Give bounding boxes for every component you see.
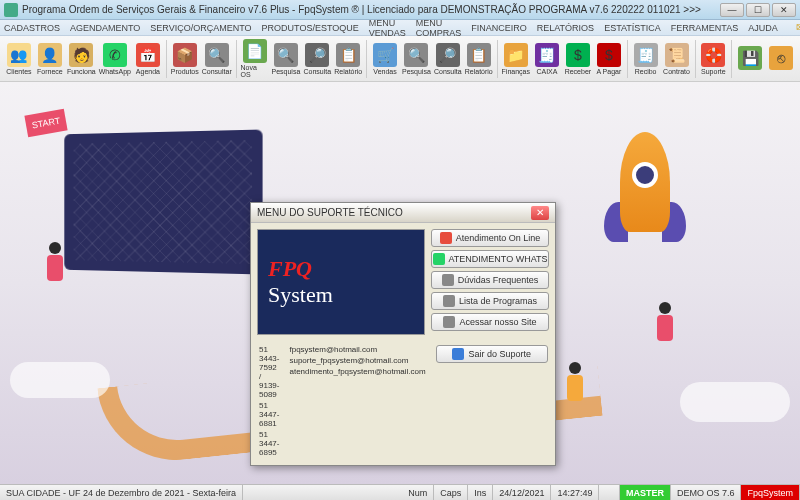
- dialog-title: MENU DO SUPORTE TÉCNICO: [257, 207, 403, 218]
- status-location: SUA CIDADE - UF 24 de Dezembro de 2021 -…: [0, 485, 243, 500]
- phone-text: 51 3443-7592 / 9139-5089: [259, 345, 279, 399]
- menubar: CADASTROSAGENDAMENTOSERVIÇO/ORÇAMENTOPRO…: [0, 20, 800, 36]
- toolbar-agenda-button[interactable]: 📅Agenda: [133, 38, 163, 80]
- toolbar-pesquisa-button[interactable]: 🔍Pesquisa: [401, 38, 432, 80]
- caixa-icon: 🧾: [535, 43, 559, 67]
- menu-item[interactable]: ESTATÍSTICA: [604, 23, 661, 33]
- toolbar-label: Consultar: [202, 68, 232, 75]
- toolbar-finanças-button[interactable]: 📁Finanças: [501, 38, 531, 80]
- toolbar-consultar-button[interactable]: 🔍Consultar: [201, 38, 233, 80]
- toolbar-label: Finanças: [502, 68, 530, 75]
- toolbar-label: Relatório: [334, 68, 362, 75]
- cloud-illustration: [680, 382, 790, 422]
- support-dialog: MENU DO SUPORTE TÉCNICO ✕ FPQ System Ate…: [250, 202, 556, 466]
- toolbar-a pagar-button[interactable]: $A Pagar: [594, 38, 624, 80]
- toolbar-action-button[interactable]: 💾: [735, 38, 765, 80]
- toolbar-label: Contrato: [663, 68, 690, 75]
- button-label: Atendimento On Line: [456, 233, 541, 243]
- toolbar-label: Agenda: [136, 68, 160, 75]
- toolbar-relatório-button[interactable]: 📋Relatório: [333, 38, 363, 80]
- button-label: Dúvidas Frequentes: [458, 275, 539, 285]
- toolbar-label: Clientes: [6, 68, 31, 75]
- menu-item[interactable]: MENU COMPRAS: [416, 18, 462, 38]
- menu-item[interactable]: CADASTROS: [4, 23, 60, 33]
- email-text: atendimento_fpqsystem@hotmail.com: [289, 367, 425, 376]
- button-icon: [443, 316, 455, 328]
- email-menu[interactable]: E-MAIL: [796, 18, 800, 38]
- toolbar-fornece-button[interactable]: 👤Fornece: [35, 38, 65, 80]
- toolbar-label: Vendas: [373, 68, 396, 75]
- start-flag: START: [24, 109, 67, 138]
- dialog-titlebar[interactable]: MENU DO SUPORTE TÉCNICO ✕: [251, 203, 555, 223]
- button-label: ATENDIMENTO WHATS: [449, 254, 548, 264]
- fpq-logo: FPQ System: [257, 229, 425, 335]
- toolbar-label: CAIXA: [536, 68, 557, 75]
- toolbar-label: Consulta: [303, 68, 331, 75]
- toolbar-separator: [166, 40, 167, 78]
- dialog-close-button[interactable]: ✕: [531, 206, 549, 220]
- support-option-button[interactable]: Lista de Programas: [431, 292, 549, 310]
- suporte-icon: 🛟: [701, 43, 725, 67]
- statusbar: SUA CIDADE - UF 24 de Dezembro de 2021 -…: [0, 484, 800, 500]
- a pagar-icon: $: [597, 43, 621, 67]
- menu-item[interactable]: AGENDAMENTO: [70, 23, 140, 33]
- cloud-illustration: [10, 362, 110, 398]
- toolbar-funciona-button[interactable]: 🧑Funciona: [66, 38, 97, 80]
- menu-item[interactable]: FERRAMENTAS: [671, 23, 738, 33]
- logo-line2: System: [268, 282, 424, 308]
- support-option-button[interactable]: Atendimento On Line: [431, 229, 549, 247]
- exit-support-button[interactable]: Sair do Suporte: [436, 345, 548, 363]
- toolbar-caixa-button[interactable]: 🧾CAIXA: [532, 38, 562, 80]
- menu-item[interactable]: RELATÓRIOS: [537, 23, 594, 33]
- toolbar-clientes-button[interactable]: 👥Clientes: [4, 38, 34, 80]
- action-icon: 💾: [738, 46, 762, 70]
- window-title: Programa Ordem de Serviços Gerais & Fina…: [22, 4, 701, 15]
- pesquisa-icon: 🔍: [274, 43, 298, 67]
- button-icon: [433, 253, 445, 265]
- toolbar-recibo-button[interactable]: 🧾Recibo: [631, 38, 661, 80]
- toolbar-label: Pesquisa: [272, 68, 301, 75]
- toolbar-label: Pesquisa: [402, 68, 431, 75]
- toolbar-nova os-button[interactable]: 📄Nova OS: [240, 38, 270, 80]
- agenda-icon: 📅: [136, 43, 160, 67]
- whatsapp-icon: ✆: [103, 43, 127, 67]
- toolbar-label: A Pagar: [596, 68, 621, 75]
- consultar-icon: 🔍: [205, 43, 229, 67]
- relatório-icon: 📋: [336, 43, 360, 67]
- nova os-icon: 📄: [243, 39, 267, 63]
- email-text: suporte_fpqsystem@hotmail.com: [289, 356, 425, 365]
- support-option-button[interactable]: Dúvidas Frequentes: [431, 271, 549, 289]
- produtos-icon: 📦: [173, 43, 197, 67]
- relatório-icon: 📋: [467, 43, 491, 67]
- menu-item[interactable]: MENU VENDAS: [369, 18, 406, 38]
- toolbar-vendas-button[interactable]: 🛒Vendas: [370, 38, 400, 80]
- support-option-button[interactable]: Acessar nosso Site: [431, 313, 549, 331]
- maximize-button[interactable]: ☐: [746, 3, 770, 17]
- toolbar-pesquisa-button[interactable]: 🔍Pesquisa: [271, 38, 302, 80]
- toolbar-suporte-button[interactable]: 🛟Suporte: [698, 38, 728, 80]
- toolbar-whatsapp-button[interactable]: ✆WhatsApp: [98, 38, 132, 80]
- toolbar-relatório-button[interactable]: 📋Relatório: [464, 38, 494, 80]
- close-button[interactable]: ✕: [772, 3, 796, 17]
- minimize-button[interactable]: —: [720, 3, 744, 17]
- menu-item[interactable]: SERVIÇO/ORÇAMENTO: [150, 23, 251, 33]
- toolbar-receber-button[interactable]: $Receber: [563, 38, 593, 80]
- button-icon: [442, 274, 454, 286]
- fornece-icon: 👤: [38, 43, 62, 67]
- support-option-button[interactable]: ATENDIMENTO WHATS: [431, 250, 549, 268]
- toolbar-contrato-button[interactable]: 📜Contrato: [662, 38, 692, 80]
- status-user: MASTER: [620, 485, 671, 500]
- toolbar-label: Produtos: [171, 68, 199, 75]
- receber-icon: $: [566, 43, 590, 67]
- button-label: Acessar nosso Site: [459, 317, 536, 327]
- toolbar-consulta-button[interactable]: 🔎Consulta: [433, 38, 463, 80]
- toolbar-action-button[interactable]: ⎋: [766, 38, 796, 80]
- menu-item[interactable]: AJUDA: [748, 23, 778, 33]
- menu-item[interactable]: PRODUTOS/ESTOQUE: [262, 23, 359, 33]
- funciona-icon: 🧑: [69, 43, 93, 67]
- menu-item[interactable]: FINANCEIRO: [471, 23, 527, 33]
- vendas-icon: 🛒: [373, 43, 397, 67]
- toolbar-label: Recibo: [635, 68, 657, 75]
- toolbar-consulta-button[interactable]: 🔎Consulta: [302, 38, 332, 80]
- toolbar-produtos-button[interactable]: 📦Produtos: [170, 38, 200, 80]
